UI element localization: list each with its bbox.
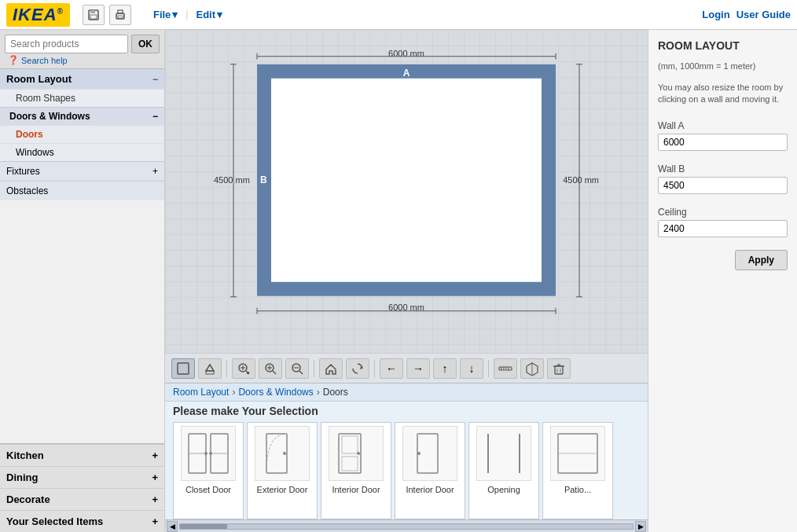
edit-menu[interactable]: Edit ▾ <box>189 7 229 22</box>
view3d-alt-button[interactable] <box>520 358 544 379</box>
sidebar-item-windows[interactable]: Windows <box>0 143 164 161</box>
room-canvas: 6000 mm 6000 mm 4500 mm 4500 mm <box>257 64 556 295</box>
interior-door-2-label: Interior Door <box>406 484 454 495</box>
breadcrumb-bar: Room Layout › Doors & Windows › Doors <box>165 383 648 402</box>
top-right-links: Login User Guide <box>702 9 791 20</box>
exterior-door-label: Exterior Door <box>257 484 308 495</box>
svg-point-48 <box>204 452 208 455</box>
tool-sep-3 <box>374 360 375 377</box>
opening-icon <box>476 426 531 481</box>
item-interior-door-2[interactable]: Interior Door <box>395 422 465 519</box>
sidebar-item-dining[interactable]: Dining + <box>0 466 164 488</box>
bottom-nav: Kitchen + Dining + Decorate + Your Selec… <box>0 443 164 532</box>
search-area: OK ❓ Search help <box>0 30 164 68</box>
svg-point-51 <box>283 452 286 455</box>
sidebar: OK ❓ Search help Room Layout − Room Shap… <box>0 30 165 532</box>
move-down-button[interactable]: ↓ <box>460 358 483 379</box>
horizontal-scrollbar[interactable]: ◀ ▶ <box>165 519 648 532</box>
wall-label-b: B <box>260 174 267 185</box>
move-left-button[interactable]: ← <box>380 358 403 379</box>
svg-line-26 <box>273 371 276 374</box>
zoom-in-button[interactable] <box>259 358 282 379</box>
item-closet-door[interactable]: Closet Door <box>173 422 244 519</box>
sidebar-spacer <box>0 200 164 443</box>
search-help[interactable]: ❓ Search help <box>5 53 160 67</box>
nav-section-room-layout: Room Layout − Room Shapes Doors & Window… <box>0 68 164 200</box>
move-right-button[interactable]: → <box>406 358 430 379</box>
wall-b-input[interactable] <box>658 177 788 194</box>
menu-sep-1: | <box>185 9 188 20</box>
ceiling-input[interactable] <box>658 220 788 237</box>
sidebar-item-doors[interactable]: Doors <box>0 125 164 143</box>
scroll-left-arrow[interactable]: ◀ <box>167 521 178 532</box>
scroll-thumb[interactable] <box>180 524 227 529</box>
dim-top: 6000 mm <box>388 48 424 57</box>
item-exterior-door[interactable]: Exterior Door <box>247 422 318 519</box>
save-button[interactable] <box>83 5 105 25</box>
breadcrumb-room-layout[interactable]: Room Layout <box>173 387 229 398</box>
bottom-toolbar: ← → ↑ ↓ <box>165 353 648 383</box>
patio-icon <box>550 426 605 481</box>
sidebar-item-obstacles[interactable]: Obstacles <box>0 181 164 200</box>
print-button[interactable] <box>109 5 131 25</box>
2d-view-button[interactable] <box>171 358 195 379</box>
item-interior-door-1[interactable]: Interior Door <box>321 422 391 519</box>
login-link[interactable]: Login <box>702 9 729 20</box>
delete-button[interactable] <box>547 358 571 379</box>
canvas-wrapper[interactable]: 6000 mm 6000 mm 4500 mm 4500 mm <box>165 30 648 353</box>
rotate-button[interactable] <box>346 358 369 379</box>
items-container[interactable]: Closet Door Exterior Door <box>165 422 648 519</box>
ikea-logo: IKEA® <box>6 3 70 27</box>
breadcrumb-sep-2: › <box>317 387 320 398</box>
zoom-out-button[interactable] <box>285 358 309 379</box>
scroll-track[interactable] <box>179 523 634 530</box>
sidebar-item-doors-windows[interactable]: Doors & Windows − <box>0 107 164 125</box>
right-panel: ROOM LAYOUT (mm, 1000mm = 1 meter) You m… <box>648 30 797 532</box>
sidebar-item-selected-items[interactable]: Your Selected Items + <box>0 510 164 532</box>
userguide-link[interactable]: User Guide <box>736 9 791 20</box>
move-up-button[interactable]: ↑ <box>433 358 457 379</box>
plus-icon-selected: + <box>152 515 158 527</box>
plus-icon-kitchen: + <box>152 449 158 461</box>
svg-line-30 <box>299 371 303 374</box>
menu-bar: File ▾ | Edit ▾ <box>147 7 229 22</box>
file-menu[interactable]: File ▾ <box>147 7 184 22</box>
interior-door-1-label: Interior Door <box>332 484 380 495</box>
breadcrumb-doors-windows[interactable]: Doors & Windows <box>238 387 313 398</box>
right-panel-title: ROOM LAYOUT <box>658 39 788 52</box>
wall-a-group: Wall A <box>658 120 788 151</box>
sidebar-item-room-shapes[interactable]: Room Shapes <box>0 89 164 107</box>
item-opening[interactable]: Opening <box>468 422 539 519</box>
sidebar-item-decorate[interactable]: Decorate + <box>0 488 164 510</box>
dim-right: 4500 mm <box>563 175 599 185</box>
item-patio[interactable]: Patio... <box>542 422 613 519</box>
plus-icon: + <box>152 166 158 177</box>
svg-rect-24 <box>247 372 249 374</box>
search-button[interactable]: OK <box>131 35 160 53</box>
measure-button[interactable] <box>494 358 517 379</box>
wall-a-input[interactable] <box>658 134 788 151</box>
zoom-fit-button[interactable] <box>232 358 255 379</box>
home-button[interactable] <box>319 358 343 379</box>
scroll-right-arrow[interactable]: ▶ <box>635 521 646 532</box>
right-panel-subtitle: (mm, 1000mm = 1 meter) <box>658 61 788 71</box>
3d-view-button[interactable] <box>198 358 222 379</box>
svg-rect-5 <box>118 16 123 18</box>
dim-left: 4500 mm <box>214 175 250 185</box>
right-panel-desc: You may also resize the room by clicking… <box>658 82 788 106</box>
room-box[interactable]: A B <box>257 64 556 295</box>
sidebar-item-kitchen[interactable]: Kitchen + <box>0 444 164 466</box>
wall-b-label: Wall B <box>658 163 788 174</box>
sidebar-item-room-layout[interactable]: Room Layout − <box>0 68 164 89</box>
apply-button[interactable]: Apply <box>735 250 788 270</box>
dim-bottom: 6000 mm <box>388 302 424 311</box>
main-area: OK ❓ Search help Room Layout − Room Shap… <box>0 30 797 532</box>
collapse-icon-dw: − <box>152 111 158 122</box>
search-input[interactable] <box>5 35 128 53</box>
patio-label: Patio... <box>564 484 591 495</box>
svg-rect-1 <box>90 10 95 13</box>
help-icon: ❓ <box>8 55 19 65</box>
sidebar-item-fixtures[interactable]: Fixtures + <box>0 161 164 181</box>
svg-rect-32 <box>499 367 512 370</box>
svg-rect-53 <box>342 436 358 453</box>
